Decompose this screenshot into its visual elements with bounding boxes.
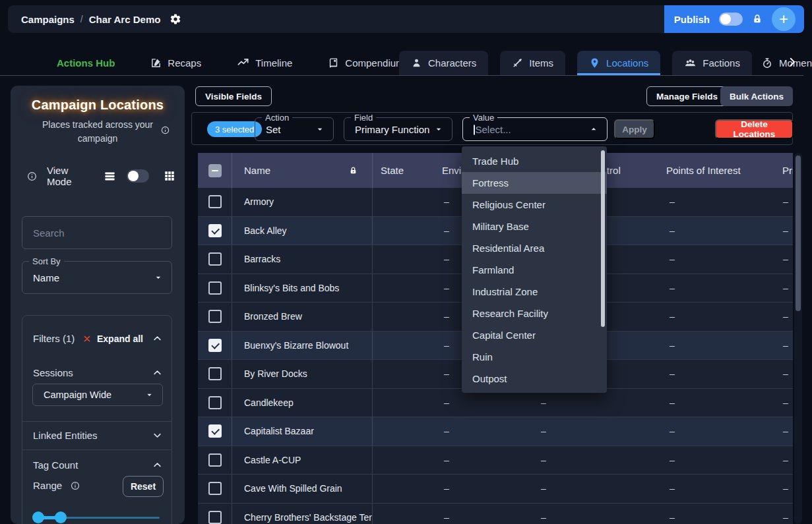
- row-value-cell: –: [778, 360, 793, 388]
- tab-locations[interactable]: Locations: [577, 51, 660, 75]
- dropdown-option-capital-center[interactable]: Capital Center: [462, 324, 607, 346]
- x-icon[interactable]: [82, 334, 92, 343]
- dropdown-option-trade-hub[interactable]: Trade Hub: [462, 150, 607, 172]
- dropdown-scrollbar-thumb[interactable]: [601, 150, 605, 327]
- tab-characters[interactable]: Characters: [399, 51, 488, 75]
- row-select-cell: [198, 303, 232, 331]
- apply-button[interactable]: Apply: [614, 119, 655, 139]
- dropdown-option-fortress[interactable]: Fortress: [462, 172, 607, 194]
- chevron-up-icon[interactable]: [152, 460, 162, 470]
- dropdown-option-farmland[interactable]: Farmland: [462, 259, 607, 281]
- dropdown-option-ruin[interactable]: Ruin: [462, 346, 607, 368]
- row-checkbox[interactable]: [208, 424, 222, 438]
- column-header-select: [198, 153, 232, 188]
- lock-icon: [349, 165, 358, 175]
- tab-factions[interactable]: Factions: [672, 51, 752, 75]
- row-checkbox[interactable]: [208, 339, 222, 352]
- publish-toggle[interactable]: [719, 13, 743, 26]
- table-row[interactable]: Castle A-CUP––––: [198, 446, 793, 475]
- column-header-points_of_interest: Points of Interest: [660, 153, 778, 188]
- dropdown-option-religious-center[interactable]: Religious Center: [462, 194, 607, 216]
- tab-compendium[interactable]: Compendium: [328, 57, 404, 69]
- slider-handle-max[interactable]: [55, 511, 67, 523]
- text-cursor: [474, 125, 475, 135]
- expand-all-button[interactable]: Expand all: [97, 334, 143, 344]
- search-input[interactable]: [22, 216, 172, 249]
- column-header-state: State: [373, 153, 435, 188]
- info-icon[interactable]: [26, 171, 38, 182]
- tab-items[interactable]: Items: [500, 51, 565, 75]
- sessions-section-label: Sessions: [33, 367, 73, 378]
- row-checkbox[interactable]: [208, 367, 222, 380]
- row-value-cell: –: [778, 475, 793, 503]
- row-value-cell: –: [660, 303, 778, 331]
- dropdown-option-military-base[interactable]: Military Base: [462, 216, 607, 237]
- action-select[interactable]: Action Set: [255, 117, 334, 141]
- dropdown-option-residential-area[interactable]: Residential Area: [462, 237, 607, 259]
- list-view-icon[interactable]: [104, 170, 116, 183]
- select-all-checkbox[interactable]: [208, 164, 222, 177]
- row-value-cell: –: [435, 446, 538, 475]
- row-checkbox[interactable]: [208, 281, 222, 295]
- field-select[interactable]: Field Primary Function: [344, 117, 453, 141]
- action-select-value: Set: [266, 124, 281, 135]
- sort-by-select[interactable]: Sort By Name: [22, 261, 172, 294]
- tab-timeline[interactable]: Timeline: [237, 57, 292, 69]
- dropdown-option-industrial-zone[interactable]: Industrial Zone: [462, 281, 607, 303]
- reset-button[interactable]: Reset: [123, 476, 164, 497]
- row-value-cell: –: [660, 417, 778, 446]
- row-checkbox[interactable]: [208, 310, 222, 323]
- row-checkbox[interactable]: [208, 453, 222, 467]
- view-mode-label: View Mode: [47, 165, 93, 187]
- row-checkbox[interactable]: [208, 396, 222, 409]
- info-icon[interactable]: [160, 125, 170, 135]
- tab-recaps[interactable]: Recaps: [150, 57, 201, 69]
- dropdown-option-research-facility[interactable]: Research Facility: [462, 303, 607, 324]
- row-checkbox[interactable]: [208, 511, 222, 524]
- info-icon[interactable]: [70, 480, 80, 491]
- view-mode-toggle[interactable]: [127, 169, 149, 183]
- add-entity-button[interactable]: +: [772, 7, 796, 31]
- slider-handle-min[interactable]: [32, 511, 44, 523]
- manage-fields-button[interactable]: Manage Fields: [646, 86, 728, 106]
- value-select[interactable]: Value Select...: [462, 117, 608, 141]
- location-name: Cherry Brothers' Backstage Tent: [244, 512, 373, 523]
- tab-label: Characters: [428, 57, 476, 69]
- dropdown-options-list: Trade HubFortressReligious CenterMilitar…: [462, 150, 607, 390]
- gear-icon[interactable]: [170, 13, 181, 25]
- row-value-cell: [373, 217, 435, 245]
- row-checkbox[interactable]: [208, 252, 222, 266]
- delete-locations-button[interactable]: Delete Locations: [715, 119, 794, 139]
- breadcrumb-campaigns[interactable]: Campaigns: [21, 14, 75, 25]
- row-value-cell: –: [778, 446, 793, 475]
- row-value-cell: [373, 360, 435, 388]
- row-checkbox[interactable]: [208, 482, 222, 495]
- chevron-down-icon[interactable]: [152, 430, 162, 440]
- breadcrumb-separator: /: [80, 14, 83, 24]
- chevron-up-icon[interactable]: [152, 334, 162, 343]
- row-value-cell: –: [778, 332, 793, 360]
- tab-actions-hub[interactable]: Actions Hub: [57, 57, 115, 69]
- table-row[interactable]: Candlekeep––––: [198, 389, 793, 418]
- chevron-up-icon[interactable]: [152, 368, 162, 378]
- row-checkbox[interactable]: [208, 195, 222, 208]
- row-name-cell: Back Alley: [232, 217, 373, 245]
- grid-view-icon[interactable]: [164, 170, 175, 182]
- range-label: Range: [33, 480, 62, 491]
- lock-icon[interactable]: [752, 13, 763, 25]
- chevron-right-icon[interactable]: [786, 56, 798, 68]
- bulk-actions-button[interactable]: Bulk Actions: [720, 86, 793, 106]
- table-row[interactable]: Cherry Brothers' Backstage Tent––––: [198, 504, 793, 524]
- table-row[interactable]: Capitalist Bazaar––––: [198, 417, 793, 446]
- table-scrollbar[interactable]: [794, 153, 802, 524]
- row-checkbox[interactable]: [208, 224, 222, 237]
- column-label: Primary Function: [782, 165, 793, 176]
- dropdown-option-outpost[interactable]: Outpost: [462, 368, 607, 390]
- person-icon: [411, 57, 422, 69]
- tag-count-slider[interactable]: [34, 511, 160, 524]
- sessions-select[interactable]: Campaign Wide: [32, 384, 163, 406]
- row-value-cell: [373, 332, 435, 360]
- table-row[interactable]: Cave With Spilled Grain––––: [198, 475, 793, 504]
- scrollbar-thumb[interactable]: [796, 156, 801, 311]
- visible-fields-button[interactable]: Visible Fields: [195, 86, 272, 106]
